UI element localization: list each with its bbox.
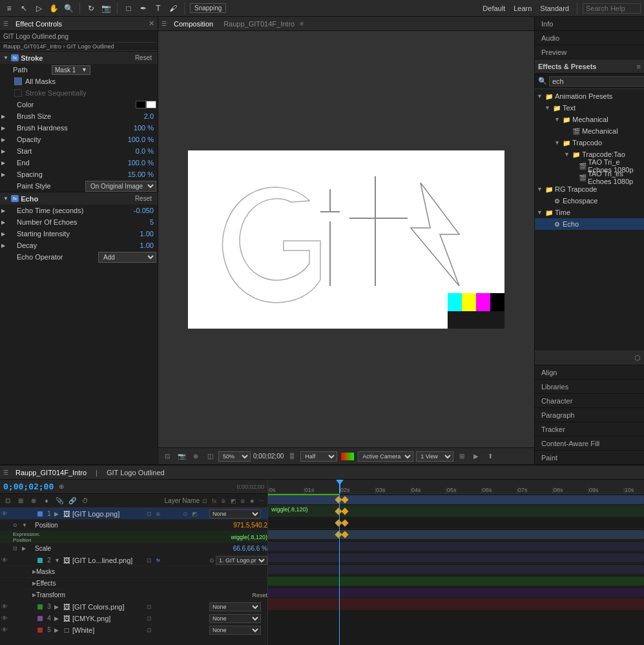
num-echoes-row[interactable]: ▶ Number Of Echoes 5: [0, 216, 158, 228]
echo-operator-select[interactable]: Add Maximum: [98, 252, 156, 263]
layer-3-vis[interactable]: 👁: [0, 601, 9, 613]
grid-icon[interactable]: ⊞: [456, 451, 468, 462]
preview-icon[interactable]: ⊡: [161, 451, 173, 462]
decay-value[interactable]: 1.00: [140, 241, 156, 249]
layer-1-lock[interactable]: [27, 508, 36, 520]
layer-2-sw4[interactable]: [172, 555, 181, 566]
layer-5-expand[interactable]: ▶: [54, 627, 62, 633]
camera-tool[interactable]: 📷: [100, 3, 112, 14]
animation-presets-item[interactable]: ▼ 📁 Animation Presets: [535, 90, 644, 102]
brush-hardness-value[interactable]: 100 %: [134, 124, 156, 132]
paint-tab[interactable]: Paint: [535, 450, 644, 464]
echospace-item[interactable]: ⚙ Echospace: [535, 195, 644, 207]
layer-1-sw3[interactable]: [163, 508, 172, 520]
layer-1-vis[interactable]: 👁: [0, 508, 9, 520]
layer-2-lock[interactable]: [27, 555, 36, 566]
layer-2-solo[interactable]: [18, 555, 27, 566]
transform-reset[interactable]: Reset: [252, 592, 267, 599]
quality-select[interactable]: Half Full Quarter: [300, 451, 337, 462]
layer-2-sw3[interactable]: [163, 555, 172, 566]
track-2-transform-bar[interactable]: [268, 565, 644, 574]
layer-2-sw1[interactable]: ⊡: [145, 555, 154, 566]
comp-menu[interactable]: ≡: [300, 20, 304, 27]
preview-tab[interactable]: Preview: [535, 45, 644, 59]
comp-tab[interactable]: Composition: [170, 19, 217, 29]
track-3-bar[interactable]: [268, 577, 644, 586]
layer-1-expand[interactable]: ▶: [54, 511, 62, 517]
layer-3-sw1[interactable]: ⊡: [145, 601, 154, 613]
layer-4-vis[interactable]: 👁: [0, 613, 9, 624]
layer-row-2[interactable]: 👁 2 ▼ 🖼 [GIT Lo...lined.png] ⊡ fx: [0, 555, 267, 566]
stroke-section-header[interactable]: ▼ fx Stroke Reset: [0, 51, 158, 64]
color-swatch-white[interactable]: [146, 101, 156, 108]
effects-menu-icon[interactable]: ≡: [637, 63, 641, 70]
tl-tool2[interactable]: ⊞: [15, 495, 26, 507]
layer-2-masks-row[interactable]: ▶ Masks: [0, 566, 267, 578]
layer-2-vis[interactable]: 👁: [0, 555, 9, 566]
layer-2-fx[interactable]: fx: [154, 555, 163, 566]
tl-menu-icon[interactable]: ☰: [3, 469, 8, 476]
stroke-reset[interactable]: Reset: [132, 54, 154, 61]
timeline-timecode[interactable]: 0;00;02;00: [3, 482, 54, 491]
search-input[interactable]: [583, 3, 641, 14]
resolution-icon[interactable]: ◫: [204, 451, 216, 462]
timeline-tab1[interactable]: Raupp_GIT014F_Intro: [12, 467, 90, 478]
tl-tool5[interactable]: 📎: [54, 495, 65, 507]
track-1-bar[interactable]: [268, 495, 644, 504]
echo-operator-row[interactable]: Echo Operator Add Maximum: [0, 251, 158, 263]
tl-tool6[interactable]: 🔗: [67, 495, 78, 507]
layer-2-sw5[interactable]: [181, 555, 190, 566]
rect-tool[interactable]: □: [123, 3, 134, 14]
keyframe-pos-2[interactable]: [341, 507, 348, 515]
layer-4-expand[interactable]: ▶: [54, 615, 62, 622]
color-swatch[interactable]: [136, 101, 146, 108]
layer-2-transform-row[interactable]: ▶ Transform Reset: [0, 589, 267, 601]
end-row[interactable]: ▶ End 100.0 %: [0, 157, 158, 169]
text-tool[interactable]: T: [152, 3, 164, 14]
layer-row-3[interactable]: 👁 3 ▶ 🖼 [GIT Colors.png] ⊡ None: [0, 601, 267, 613]
end-value[interactable]: 100.0 %: [128, 159, 156, 167]
paint-style-row[interactable]: Paint Style On Original Image On Transpa…: [0, 180, 158, 192]
echo-reset[interactable]: Reset: [132, 195, 154, 202]
layer-1-position-row[interactable]: ⊙ ▼ Position 971.5,540.2: [0, 520, 267, 531]
brush-hardness-row[interactable]: ▶ Brush Hardness 100 %: [0, 122, 158, 134]
text-item[interactable]: ▼ 📁 Text: [535, 102, 644, 114]
export-icon[interactable]: ⬆: [484, 451, 496, 462]
echo-section-header[interactable]: ▼ fx Echo Reset: [0, 192, 158, 205]
paint-style-select[interactable]: On Original Image On Transparent: [85, 181, 156, 192]
playhead[interactable]: [339, 480, 340, 493]
opacity-value[interactable]: 100.0 %: [128, 136, 156, 143]
keyframe-scale-2[interactable]: [341, 519, 348, 526]
brush-tool[interactable]: 🖌: [167, 3, 179, 14]
tl-tool7[interactable]: ⏱: [79, 495, 91, 507]
decay-row[interactable]: ▶ Decay 1.00: [0, 240, 158, 251]
starting-intensity-row[interactable]: ▶ Starting Intensity 1.00: [0, 228, 158, 240]
layer-1-parent-select[interactable]: None: [209, 509, 261, 518]
zoom-tool[interactable]: 🔍: [63, 3, 74, 14]
menu-icon[interactable]: ≡: [3, 3, 15, 14]
hand-tool[interactable]: ✋: [48, 3, 59, 14]
arrow-tool[interactable]: ↖: [18, 3, 30, 14]
brush-size-row[interactable]: ▶ Brush Size 2.0: [0, 110, 158, 122]
layer-row-4[interactable]: 👁 4 ▶ 🖼 [CMYK.png] ⊡ None: [0, 613, 267, 624]
spacing-value[interactable]: 15.00 %: [128, 170, 156, 178]
effects-search-input[interactable]: [549, 76, 644, 87]
brush-size-value[interactable]: 2.0: [144, 112, 156, 120]
scale-value[interactable]: 66.6,66.6 %: [233, 545, 267, 552]
all-masks-checkbox[interactable]: [14, 77, 22, 85]
standard-workspace[interactable]: Standard: [537, 5, 572, 12]
layer-3-parent-select[interactable]: None: [209, 602, 261, 611]
tl-tool1[interactable]: ⊡: [2, 495, 14, 507]
camera-select[interactable]: Active Camera: [358, 451, 413, 462]
timecode-icon[interactable]: ⊕: [59, 483, 64, 490]
layer-1-sw1[interactable]: ⊡: [145, 508, 154, 520]
layer-4-sw1[interactable]: ⊡: [145, 613, 154, 624]
layer-2-parent-select[interactable]: 1. GIT Logo.pr...: [216, 556, 267, 565]
path-select[interactable]: Mask 1 ▼: [52, 65, 90, 75]
mechanical1-item[interactable]: ▼ 📁 Mechanical: [535, 114, 644, 125]
layer-4-parent-select[interactable]: None: [209, 614, 261, 623]
layer-1-sw6[interactable]: ◩: [190, 508, 199, 520]
start-row[interactable]: ▶ Start 0.0 %: [0, 145, 158, 157]
layer-5-parent-select[interactable]: None: [209, 626, 261, 635]
camera-icon[interactable]: 📷: [176, 451, 187, 462]
